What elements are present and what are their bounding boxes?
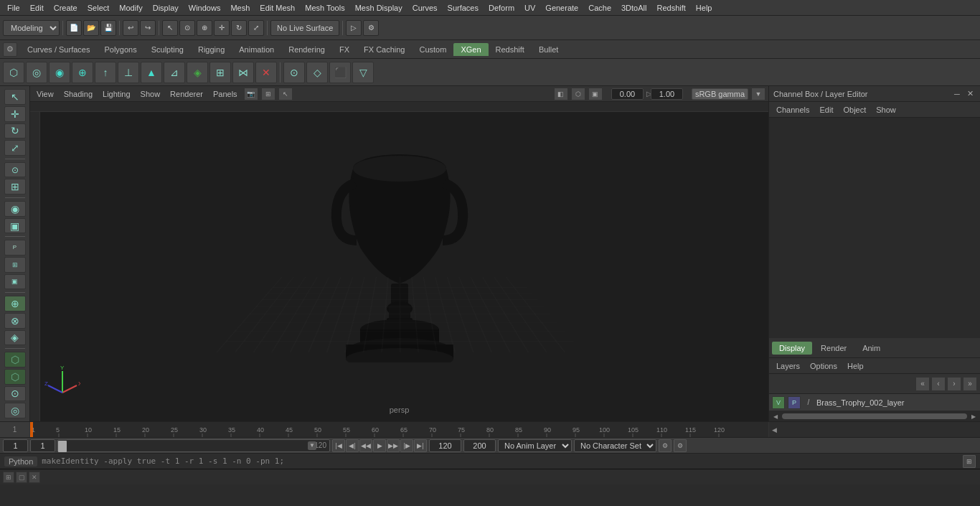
vp-texture-btn[interactable]: ▣ [588,88,603,100]
vp-colorspace-btn[interactable]: sRGB gamma [692,88,748,100]
layers-menu-layers[interactable]: Layers [772,360,804,372]
char-set-dropdown[interactable]: No Character Set [574,439,656,452]
tab-animation[interactable]: Animation [232,43,281,56]
tab-sculpting[interactable]: Sculpting [144,43,191,56]
snap-btn[interactable]: ⊞ [4,179,26,195]
isolate-btn[interactable]: ◉ [4,201,26,217]
viewport[interactable]: View Shading Lighting Show Renderer Pane… [30,86,768,421]
cb-menu-edit[interactable]: Edit [815,104,837,116]
tab-fx-caching[interactable]: FX Caching [357,43,412,56]
vp-shade-btn[interactable]: ◧ [554,88,568,100]
shelf-icon-4[interactable]: ↑ [95,62,116,83]
menu-mesh[interactable]: Mesh [226,2,254,14]
time-slider[interactable]: 120 ▼ [57,439,330,452]
step-back-btn[interactable]: ◀| [346,439,359,452]
move-btn[interactable]: ✛ [214,20,230,36]
select-btn[interactable]: ↖ [162,20,178,36]
vp-menu-panels[interactable]: Panels [209,88,241,100]
open-scene-btn[interactable]: 📂 [83,20,99,36]
display-tab-display[interactable]: Display [772,342,812,355]
tab-rendering[interactable]: Rendering [281,43,332,56]
anim-options-btn[interactable]: ⚙ [659,439,672,452]
tab-custom[interactable]: Custom [413,43,454,56]
shelf-icon-13[interactable]: ◇ [306,62,328,83]
viewport-3d[interactable]: X Y Z persp [30,102,768,421]
vp-menu-renderer[interactable]: Renderer [166,88,207,100]
go-to-end-btn[interactable]: ▶| [414,439,427,452]
poly-count-btn[interactable]: P [4,240,26,256]
total-frames-field[interactable] [463,439,496,452]
live-surface-btn[interactable]: No Live Surface [270,20,339,36]
paint-btn[interactable]: ⊕ [197,20,212,36]
layer-edit-icon[interactable]: / [804,398,814,408]
vp-value-1[interactable]: 0.00 [611,88,644,100]
shelf-icon-1[interactable]: ◎ [26,62,47,83]
shelf-icon-9[interactable]: ⊞ [209,62,231,83]
frame-range-end-field[interactable] [429,439,461,452]
cb-menu-object[interactable]: Object [839,104,870,116]
xgen-btn-1[interactable]: ⬡ [4,352,26,367]
menu-generate[interactable]: Generate [541,2,583,14]
menu-surfaces[interactable]: Surfaces [443,2,483,14]
shelf-icon-2[interactable]: ◉ [49,62,70,83]
shelf-icon-5[interactable]: ⊥ [118,62,139,83]
tab-fx[interactable]: FX [332,43,357,56]
go-to-start-btn[interactable]: |◀ [332,439,345,452]
shelf-icon-0[interactable]: ⬡ [3,62,24,83]
python-clear-btn[interactable]: ⊞ [963,455,976,468]
menu-redshift[interactable]: Redshift [652,2,689,14]
menu-edit[interactable]: Edit [26,2,48,14]
python-label[interactable]: Python [4,456,37,467]
step-forward-btn[interactable]: |▶ [400,439,413,452]
timeline-ruler[interactable]: 1 5 10 15 20 25 30 35 40 45 50 [30,422,768,437]
tab-xgen[interactable]: XGen [453,43,488,56]
menu-modify[interactable]: Modify [115,2,146,14]
vp-camera-btn[interactable]: 📷 [244,88,258,100]
shelf-icon-10[interactable]: ⋈ [232,62,254,83]
scroll-right-btn[interactable]: ▶ [969,411,979,421]
play-back-btn[interactable]: ◀◀ [359,439,372,452]
tab-curves-surfaces[interactable]: Curves / Surfaces [20,43,97,56]
grid-btn[interactable]: ⊞ [4,257,26,273]
undo-btn[interactable]: ↩ [123,20,138,36]
render-settings-btn[interactable]: ⚙ [363,20,379,36]
scroll-left-btn[interactable]: ◀ [771,411,781,421]
vp-select-btn[interactable]: ↖ [278,88,293,100]
select-tool-btn[interactable]: ↖ [4,89,26,105]
layer-playback-btn[interactable]: P [788,396,801,409]
mini-btn-2[interactable]: ▢ [16,472,27,483]
cb-menu-channels[interactable]: Channels [772,104,814,116]
layer-visibility-btn[interactable]: V [772,396,785,409]
camera-btn[interactable]: ▣ [4,274,26,290]
tab-rigging[interactable]: Rigging [191,43,232,56]
shelf-icon-7[interactable]: ⊿ [164,62,185,83]
scrollbar-thumb[interactable] [782,413,967,419]
menu-3dtall[interactable]: 3DtoAll [617,2,651,14]
xgen-btn-4[interactable]: ◎ [4,403,26,418]
vp-wire-btn[interactable]: ⬡ [571,88,585,100]
scale-btn[interactable]: ⤢ [248,20,264,36]
menu-deform[interactable]: Deform [484,2,519,14]
channel-box-close-btn[interactable]: ✕ [964,88,976,100]
shelf-icon-6[interactable]: ▲ [141,62,162,83]
vp-menu-view[interactable]: View [33,88,57,100]
layers-menu-options[interactable]: Options [806,360,842,372]
lasso-btn[interactable]: ⊙ [179,20,195,36]
mini-btn-3[interactable]: ✕ [29,472,40,483]
menu-help[interactable]: Help [692,2,717,14]
channel-box-minimize-btn[interactable]: ─ [951,88,963,100]
xgen-btn-3[interactable]: ⊙ [4,386,26,402]
current-frame-field[interactable] [3,439,28,452]
mini-btn-1[interactable]: ⊞ [3,472,14,483]
rotate-tool-btn[interactable]: ↻ [4,123,26,139]
render-btn[interactable]: ▷ [346,20,362,36]
menu-select[interactable]: Select [83,2,114,14]
new-scene-btn[interactable]: 📄 [66,20,82,36]
tab-polygons[interactable]: Polygons [97,43,143,56]
anim-layer-dropdown[interactable]: No Anim Layer [498,439,572,452]
move-tool-btn[interactable]: ✛ [4,106,26,122]
shelf-icon-14[interactable]: ⬛ [329,62,351,83]
shelf-icon-15[interactable]: ▽ [352,62,374,83]
xgen-btn-2[interactable]: ⬡ [4,369,26,385]
cb-menu-show[interactable]: Show [872,104,900,116]
